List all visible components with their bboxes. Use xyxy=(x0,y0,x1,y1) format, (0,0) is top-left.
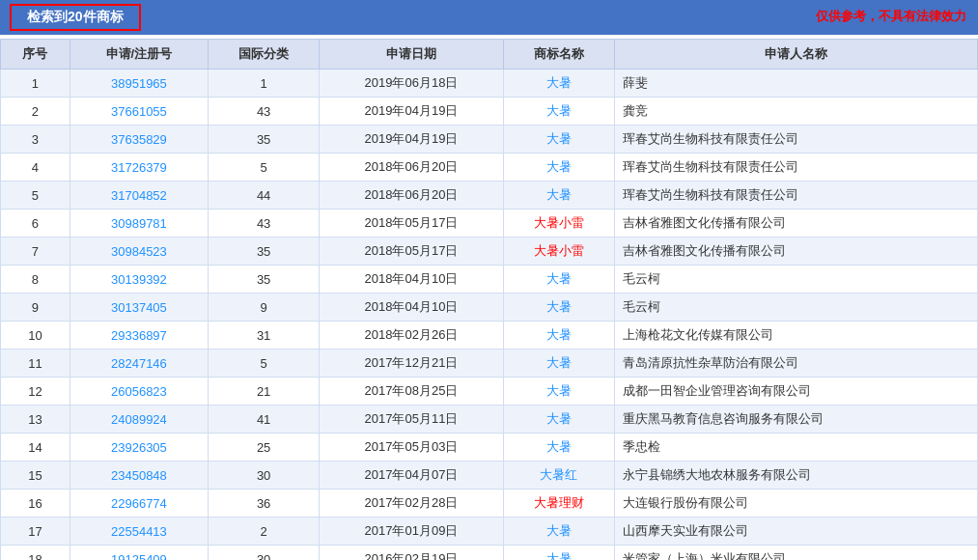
appno-link[interactable]: 28247146 xyxy=(111,356,167,371)
cell-trademark[interactable]: 大暑 xyxy=(503,126,614,154)
table-row: 630989781432018年05月17日大暑小雷吉林省雅图文化传播有限公司 xyxy=(1,210,978,238)
table-row: 43172637952018年06月20日大暑珲春艾尚生物科技有限责任公司 xyxy=(1,154,978,182)
trademark-link[interactable]: 大暑 xyxy=(546,131,572,146)
cell-appno[interactable]: 22966774 xyxy=(70,490,208,518)
appno-link[interactable]: 30139392 xyxy=(111,272,167,287)
appno-link[interactable]: 30984523 xyxy=(111,244,167,259)
appno-link[interactable]: 19125409 xyxy=(111,552,167,561)
cell-appno[interactable]: 19125409 xyxy=(70,546,208,561)
cell-intclass: 41 xyxy=(208,406,319,434)
cell-applicant: 毛云柯 xyxy=(614,294,977,322)
col-appno: 申请/注册号 xyxy=(70,40,208,70)
trademark-link[interactable]: 大暑 xyxy=(546,327,572,342)
cell-applicant: 大连银行股份有限公司 xyxy=(614,490,977,518)
cell-trademark[interactable]: 大暑 xyxy=(503,434,614,462)
cell-appno[interactable]: 30139392 xyxy=(70,266,208,294)
cell-seq: 3 xyxy=(1,126,70,154)
cell-applicant: 龚竞 xyxy=(614,98,977,126)
cell-seq: 1 xyxy=(1,70,70,98)
trademark-link[interactable]: 大暑 xyxy=(546,299,572,314)
cell-appno[interactable]: 23450848 xyxy=(70,462,208,490)
trademark-link[interactable]: 大暑理财 xyxy=(534,495,584,510)
trademark-link[interactable]: 大暑 xyxy=(546,551,572,560)
cell-appdate: 2018年05月17日 xyxy=(320,210,503,238)
cell-seq: 15 xyxy=(1,462,70,490)
appno-link[interactable]: 26056823 xyxy=(111,384,167,399)
appno-link[interactable]: 30137405 xyxy=(111,300,167,315)
cell-trademark[interactable]: 大暑 xyxy=(503,322,614,350)
cell-appno[interactable]: 24089924 xyxy=(70,406,208,434)
trademark-link[interactable]: 大暑 xyxy=(546,75,572,90)
cell-appdate: 2019年06月18日 xyxy=(320,70,503,98)
appno-link[interactable]: 37635829 xyxy=(111,132,167,147)
cell-appdate: 2017年05月03日 xyxy=(320,434,503,462)
cell-appno[interactable]: 30984523 xyxy=(70,238,208,266)
cell-appno[interactable]: 37661055 xyxy=(70,98,208,126)
appno-link[interactable]: 23926305 xyxy=(111,440,167,455)
cell-trademark[interactable]: 大暑 xyxy=(503,266,614,294)
appno-link[interactable]: 31704852 xyxy=(111,188,167,203)
cell-appno[interactable]: 22554413 xyxy=(70,518,208,546)
cell-appdate: 2016年02月19日 xyxy=(320,546,503,561)
cell-trademark[interactable]: 大暑 xyxy=(503,378,614,406)
cell-seq: 7 xyxy=(1,238,70,266)
appno-link[interactable]: 29336897 xyxy=(111,328,167,343)
cell-trademark[interactable]: 大暑 xyxy=(503,546,614,561)
trademark-link[interactable]: 大暑小雷 xyxy=(534,243,584,258)
cell-applicant: 山西摩天实业有限公司 xyxy=(614,518,977,546)
cell-trademark[interactable]: 大暑 xyxy=(503,350,614,378)
appno-link[interactable]: 37661055 xyxy=(111,104,167,119)
cell-appno[interactable]: 29336897 xyxy=(70,322,208,350)
appno-link[interactable]: 24089924 xyxy=(111,412,167,427)
cell-trademark[interactable]: 大暑小雷 xyxy=(503,238,614,266)
cell-trademark[interactable]: 大暑理财 xyxy=(503,490,614,518)
cell-appdate: 2017年04月07日 xyxy=(320,462,503,490)
cell-appno[interactable]: 26056823 xyxy=(70,378,208,406)
cell-appno[interactable]: 31726379 xyxy=(70,154,208,182)
trademark-link[interactable]: 大暑 xyxy=(546,439,572,454)
appno-link[interactable]: 23450848 xyxy=(111,468,167,483)
trademark-link[interactable]: 大暑红 xyxy=(540,467,577,482)
trademark-link[interactable]: 大暑 xyxy=(546,187,572,202)
table-row: 93013740592018年04月10日大暑毛云柯 xyxy=(1,294,978,322)
trademark-link[interactable]: 大暑 xyxy=(546,355,572,370)
cell-intclass: 43 xyxy=(208,210,319,238)
col-intclass: 国际分类 xyxy=(208,40,319,70)
cell-appno[interactable]: 37635829 xyxy=(70,126,208,154)
cell-seq: 12 xyxy=(1,378,70,406)
cell-appno[interactable]: 38951965 xyxy=(70,70,208,98)
cell-trademark[interactable]: 大暑 xyxy=(503,98,614,126)
cell-appdate: 2017年01月09日 xyxy=(320,518,503,546)
trademark-link[interactable]: 大暑 xyxy=(546,523,572,538)
trademark-link[interactable]: 大暑小雷 xyxy=(534,215,584,230)
trademark-link[interactable]: 大暑 xyxy=(546,103,572,118)
trademark-link[interactable]: 大暑 xyxy=(546,271,572,286)
result-count-badge: 检索到20件商标 xyxy=(10,4,141,31)
cell-applicant: 吉林省雅图文化传播有限公司 xyxy=(614,210,977,238)
cell-appno[interactable]: 23926305 xyxy=(70,434,208,462)
cell-trademark[interactable]: 大暑小雷 xyxy=(503,210,614,238)
appno-link[interactable]: 30989781 xyxy=(111,216,167,231)
cell-appno[interactable]: 30137405 xyxy=(70,294,208,322)
trademark-link[interactable]: 大暑 xyxy=(546,159,572,174)
cell-trademark[interactable]: 大暑 xyxy=(503,182,614,210)
cell-intclass: 35 xyxy=(208,266,319,294)
trademark-link[interactable]: 大暑 xyxy=(546,411,572,426)
cell-appno[interactable]: 28247146 xyxy=(70,350,208,378)
cell-seq: 13 xyxy=(1,406,70,434)
cell-trademark[interactable]: 大暑 xyxy=(503,70,614,98)
cell-appno[interactable]: 31704852 xyxy=(70,182,208,210)
appno-link[interactable]: 38951965 xyxy=(111,76,167,91)
appno-link[interactable]: 22554413 xyxy=(111,524,167,539)
cell-trademark[interactable]: 大暑 xyxy=(503,406,614,434)
cell-trademark[interactable]: 大暑 xyxy=(503,154,614,182)
cell-trademark[interactable]: 大暑 xyxy=(503,294,614,322)
cell-trademark[interactable]: 大暑红 xyxy=(503,462,614,490)
cell-intclass: 1 xyxy=(208,70,319,98)
cell-appno[interactable]: 30989781 xyxy=(70,210,208,238)
appno-link[interactable]: 22966774 xyxy=(111,496,167,511)
trademark-link[interactable]: 大暑 xyxy=(546,383,572,398)
table-row: 1029336897312018年02月26日大暑上海枪花文化传媒有限公司 xyxy=(1,322,978,350)
cell-trademark[interactable]: 大暑 xyxy=(503,518,614,546)
appno-link[interactable]: 31726379 xyxy=(111,160,167,175)
